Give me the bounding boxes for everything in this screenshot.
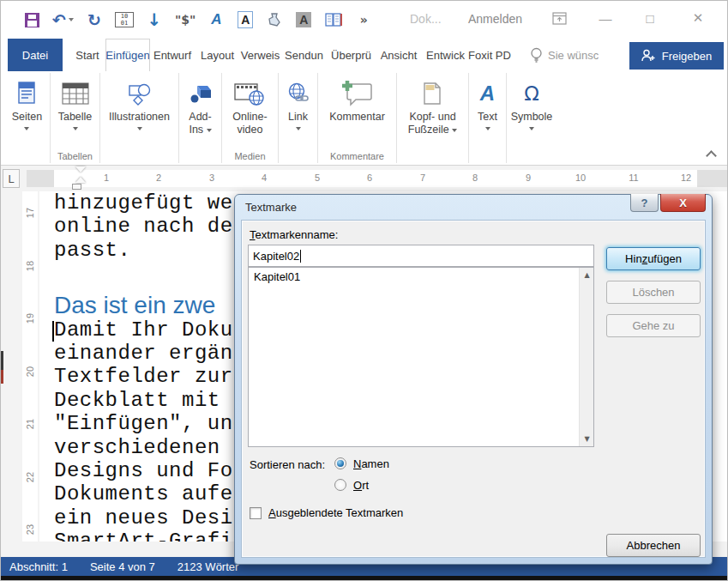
- status-section[interactable]: Abschnitt: 1: [9, 560, 68, 573]
- text-button[interactable]: A Text: [475, 75, 500, 148]
- redo-icon: ↻: [87, 12, 101, 28]
- sign-in-link[interactable]: Anmelden: [468, 12, 522, 26]
- illustrationen-button[interactable]: Illustrationen: [106, 75, 172, 148]
- bookmark-list-item[interactable]: Kapitel01: [249, 268, 593, 283]
- sort-by-label: Sortieren nach:: [250, 458, 325, 471]
- ink-bottle-icon: [266, 11, 283, 28]
- group-addins: Add- Ins: [179, 73, 222, 163]
- seiten-button[interactable]: Seiten: [9, 75, 45, 148]
- tab-entwicklertools[interactable]: Entwick: [423, 39, 468, 71]
- tab-ansicht[interactable]: Ansicht: [375, 39, 423, 71]
- collapse-ribbon-button[interactable]: [706, 150, 717, 161]
- scroll-down-icon[interactable]: ▼: [580, 432, 594, 446]
- horizontal-ruler[interactable]: 1 2 3 4 5 6 7 8 9 10 11 12: [27, 170, 728, 187]
- radio-ort[interactable]: [334, 479, 346, 491]
- ruler-number: 5: [315, 172, 320, 183]
- add-button[interactable]: Hinzufügen: [606, 247, 701, 270]
- font-style-button[interactable]: A: [208, 9, 225, 30]
- cancel-button[interactable]: Abbrechen: [606, 534, 701, 557]
- tab-entwurf[interactable]: Entwurf: [150, 39, 195, 71]
- minimize-button[interactable]: —: [593, 8, 618, 28]
- group-illustrationen: Illustrationen: [100, 73, 179, 163]
- qat-overflow-button[interactable]: »: [355, 9, 372, 30]
- tab-sendungen[interactable]: Sendun: [280, 39, 328, 71]
- edge-marker: [1, 370, 3, 384]
- symbole-button[interactable]: Ω Symbole: [508, 75, 556, 148]
- link-button[interactable]: Link: [283, 75, 314, 148]
- currency-format-button[interactable]: "$": [175, 9, 196, 30]
- dialog-close-button[interactable]: X: [660, 194, 706, 212]
- addins-button[interactable]: Add- Ins: [186, 75, 215, 148]
- radio-ort-label[interactable]: Ort: [353, 479, 369, 492]
- close-button[interactable]: ✕: [685, 8, 711, 28]
- group-tabellen: Tabelle Tabellen: [51, 73, 100, 163]
- down-arrow-icon: ↓: [147, 11, 162, 28]
- list-scrollbar[interactable]: ▲ ▼: [579, 268, 593, 446]
- download-button[interactable]: ↓: [146, 9, 163, 30]
- kommentar-button[interactable]: Kommentar: [327, 75, 388, 148]
- radio-namen[interactable]: [334, 457, 346, 469]
- share-button[interactable]: Freigeben: [629, 42, 724, 70]
- tab-verweise[interactable]: Verweis: [240, 39, 280, 71]
- tab-layout[interactable]: Layout: [195, 39, 240, 71]
- boxed-a-icon: A: [238, 11, 253, 28]
- redo-button[interactable]: ↻: [86, 9, 103, 30]
- update-fields-button[interactable]: 1001: [115, 9, 134, 30]
- status-words[interactable]: 2123 Wörter: [177, 560, 239, 573]
- word-window: ↶ ↻ 1001 ↓ "$" A A A: [0, 0, 728, 581]
- bookmark-name-input[interactable]: Kapitel02: [248, 245, 594, 267]
- comment-icon: [339, 79, 375, 108]
- ribbon: Seiten Tabelle Tabellen: [1, 71, 728, 166]
- first-line-indent-marker[interactable]: [75, 166, 86, 172]
- tab-selector[interactable]: L: [3, 169, 20, 188]
- tab-datei[interactable]: Datei: [8, 39, 63, 71]
- text-cursor: [300, 250, 301, 263]
- hidden-bookmarks-label[interactable]: Ausgeblendete Textmarken: [268, 506, 403, 519]
- ribbon-tab-row: Datei Start Einfügen Entwurf Layout Verw…: [1, 39, 728, 71]
- undo-button[interactable]: ↶: [52, 9, 74, 30]
- bookmark-list[interactable]: Kapitel01 ▲ ▼: [248, 267, 594, 447]
- vertical-ruler[interactable]: 17 18 19 20 21 22 23: [22, 191, 38, 542]
- group-kopf-fusszeile: Kopf- und Fußzeile: [397, 73, 469, 163]
- ruler-number: 23: [25, 524, 35, 535]
- group-text: A Text: [469, 73, 507, 163]
- hidden-bookmarks-checkbox[interactable]: [250, 507, 262, 519]
- left-indent-marker[interactable]: [72, 184, 81, 190]
- character-border-button[interactable]: A: [237, 9, 254, 30]
- scroll-up-icon[interactable]: ▲: [580, 268, 594, 282]
- character-shading-button[interactable]: A: [295, 9, 312, 30]
- onlinevideo-button[interactable]: Online- video: [230, 75, 269, 148]
- kopf-fusszeile-button[interactable]: Kopf- und Fußzeile: [406, 75, 460, 148]
- tab-einfuegen[interactable]: Einfügen: [105, 39, 150, 71]
- save-button[interactable]: [23, 9, 40, 30]
- group-medien: Online- video Medien: [222, 73, 279, 163]
- group-label-tabellen: Tabellen: [57, 148, 93, 163]
- delete-button[interactable]: Löschen: [606, 281, 701, 304]
- tab-foxit-pdf[interactable]: Foxit PD: [468, 39, 511, 71]
- group-symbole: Ω Symbole: [507, 73, 557, 163]
- tell-me-label: Sie wünsc: [548, 49, 599, 62]
- header-footer-icon: [421, 81, 443, 106]
- hanging-indent-marker[interactable]: [75, 177, 86, 183]
- shading-button[interactable]: [266, 9, 283, 30]
- status-page[interactable]: Seite 4 von 7: [90, 560, 155, 573]
- radio-namen-label[interactable]: Namen: [353, 457, 389, 470]
- addins-cube-icon: [189, 82, 213, 105]
- ribbon-display-options-button[interactable]: [546, 8, 572, 28]
- ruler-number: 12: [681, 172, 691, 183]
- maximize-button[interactable]: □: [637, 8, 663, 28]
- tab-ueberpruefen[interactable]: Überprü: [328, 39, 375, 71]
- tab-start[interactable]: Start: [69, 39, 105, 71]
- group-label-kommentare: Kommentare: [330, 148, 384, 163]
- document-title: Dok...: [410, 12, 442, 26]
- tell-me-box[interactable]: Sie wünsc: [530, 39, 599, 71]
- goto-button[interactable]: Gehe zu: [606, 314, 701, 337]
- undo-dropdown-icon[interactable]: [69, 18, 74, 21]
- dialog-help-button[interactable]: ?: [630, 194, 659, 212]
- tabelle-button[interactable]: Tabelle: [56, 75, 95, 148]
- columns-button[interactable]: [324, 9, 343, 30]
- ruler-row: L 1 2 3 4 5 6 7 8 9 10 11 12: [1, 166, 728, 191]
- italic-a-icon: A: [211, 11, 221, 28]
- chevron-down-icon: [73, 127, 78, 130]
- ruler-number: 9: [526, 172, 531, 183]
